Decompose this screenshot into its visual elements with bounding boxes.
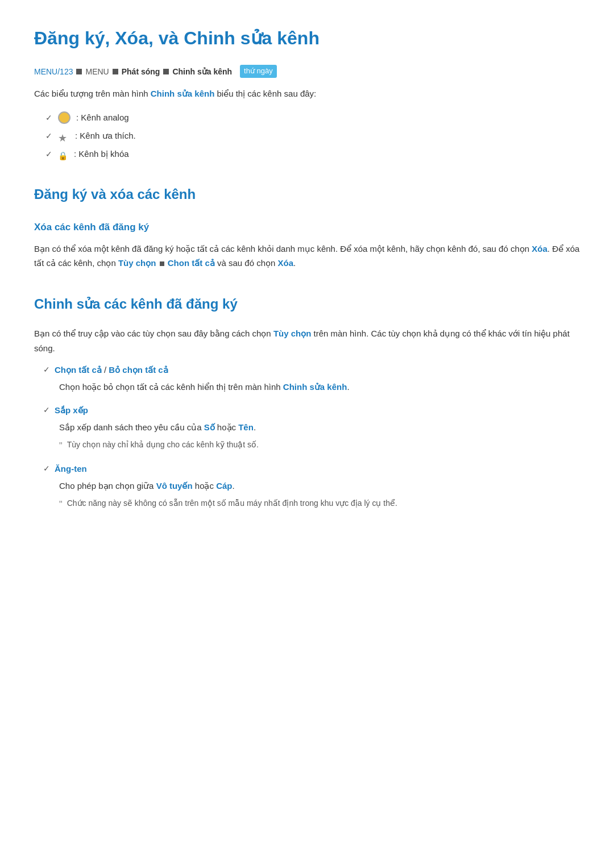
icon-list: ✓ : Kênh analog ✓ : Kênh ưa thích. ✓ : K…	[45, 111, 580, 161]
checkmark-icon: ✓	[45, 148, 52, 160]
vo-tuyen-link: Vô tuyến	[156, 481, 193, 491]
breadcrumb-badge: thứ ngày	[240, 65, 277, 78]
intro-text: Các biểu tượng trên màn hình Chinh sửa k…	[34, 87, 580, 101]
bo-chon-tat-ca-text: Bỏ chọn tất cả	[109, 365, 168, 375]
option-chon-tat-ca-label: Chọn tất cả / Bỏ chọn tất cả	[55, 363, 168, 377]
note-item: " Tùy chọn này chỉ khả dụng cho các kênh…	[59, 438, 580, 454]
option-chon-tat-ca: ✓ Chọn tất cả / Bỏ chọn tất cả Chọn hoặc…	[43, 363, 580, 394]
option-header: ✓ Chọn tất cả / Bỏ chọn tất cả	[43, 363, 580, 377]
so-link: Số	[204, 422, 215, 432]
option-sap-xep-desc: Sắp xếp danh sách theo yêu cầu của Số ho…	[59, 421, 580, 435]
lock-label: : Kênh bị khóa	[74, 147, 129, 161]
option-chon-tat-ca-desc: Chọn hoặc bỏ chọn tất cả các kênh hiển t…	[59, 380, 580, 394]
checkmark-icon: ✓	[45, 111, 52, 124]
list-item: ✓ : Kênh bị khóa	[45, 147, 580, 161]
checkmark-icon: ✓	[43, 404, 50, 416]
section1-title: Đăng ký và xóa các kênh	[34, 184, 580, 205]
breadcrumb-sep2	[113, 69, 118, 74]
checkmark-icon: ✓	[45, 130, 52, 142]
note-text: Tùy chọn này chỉ khả dụng cho các kênh k…	[67, 438, 259, 451]
breadcrumb-item3: Chinh sửa kênh	[172, 65, 232, 78]
note-item: " Chức năng này sẽ không có sẵn trên một…	[59, 497, 580, 512]
quote-icon: "	[59, 439, 63, 454]
section1-body: Bạn có thể xóa một kênh đã đăng ký hoặc …	[34, 242, 580, 271]
lock-icon	[58, 149, 68, 159]
breadcrumb-sep1	[76, 69, 82, 74]
option-ang-ten-desc: Cho phép bạn chọn giữa Vô tuyến hoặc Cáp…	[59, 479, 580, 493]
tuy-chon-link1: Tùy chọn	[118, 258, 156, 268]
favorite-icon	[58, 130, 69, 142]
chinh-sua-kenh-ref: Chinh sửa kênh	[151, 89, 215, 98]
ten-link: Tên	[238, 422, 254, 432]
option-ang-ten: ✓ Ăng-ten Cho phép bạn chọn giữa Vô tuyế…	[43, 462, 580, 512]
list-item: ✓ : Kênh ưa thích.	[45, 129, 580, 143]
ang-ten-label: Ăng-ten	[55, 462, 87, 476]
chon-tat-ca-link: Chon tất cả	[168, 258, 215, 268]
breadcrumb-item2: Phát sóng	[122, 65, 160, 78]
sap-xep-notes: " Tùy chọn này chỉ khả dụng cho các kênh…	[59, 438, 580, 454]
list-item: ✓ : Kênh analog	[45, 111, 580, 124]
note-text: Chức năng này sẽ không có sẵn trên một s…	[67, 497, 397, 509]
checkmark-icon: ✓	[43, 363, 50, 376]
breadcrumb: MENU/123 MENU Phát sóng Chinh sửa kênh t…	[34, 65, 580, 78]
page-title: Đăng ký, Xóa, và Chinh sửa kênh	[34, 27, 580, 49]
section2-title: Chinh sửa các kênh đã đăng ký	[34, 293, 580, 315]
section2-intro: Bạn có thể truy cập vào các tùy chọn sau…	[34, 326, 580, 355]
option-header: ✓ Sắp xếp	[43, 404, 580, 417]
section1-subsection-title: Xóa các kênh đã đăng ký	[34, 219, 580, 235]
tuy-chon-link2: Tùy chọn	[273, 329, 312, 338]
analog-label: : Kênh analog	[76, 111, 129, 124]
option-sap-xep: ✓ Sắp xếp Sắp xếp danh sách theo yêu cầu…	[43, 404, 580, 453]
ang-ten-notes: " Chức năng này sẽ không có sẵn trên một…	[59, 497, 580, 512]
breadcrumb-item1: MENU	[85, 65, 109, 78]
chon-tat-ca-text: Chọn tất cả	[55, 365, 102, 375]
option-header: ✓ Ăng-ten	[43, 462, 580, 476]
sep-icon	[160, 261, 164, 266]
slash: /	[102, 365, 109, 375]
xoa-link1: Xóa	[532, 244, 547, 254]
checkmark-icon: ✓	[43, 462, 50, 475]
breadcrumb-menu-number: MENU/123	[34, 65, 73, 78]
cap-link: Cáp	[216, 481, 232, 491]
quote-icon: "	[59, 497, 63, 512]
analog-icon	[58, 111, 70, 124]
chinh-sua-kenh-ref2: Chinh sửa kênh	[283, 382, 347, 392]
sap-xep-label: Sắp xếp	[55, 404, 88, 417]
favorite-label: : Kênh ưa thích.	[75, 129, 136, 143]
xoa-link2: Xóa	[278, 258, 294, 268]
options-list: ✓ Chọn tất cả / Bỏ chọn tất cả Chọn hoặc…	[43, 363, 580, 512]
breadcrumb-sep3	[163, 69, 169, 74]
